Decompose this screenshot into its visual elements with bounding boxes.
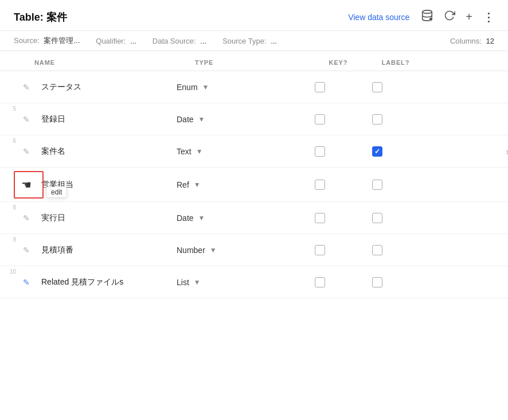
row-expand-icon[interactable]: › (506, 145, 508, 157)
row-edit-button[interactable]: ✎ (16, 147, 37, 156)
field-type: Text ▼ (177, 147, 291, 156)
field-name: 案件名 (37, 146, 177, 157)
field-type: List ▼ (177, 278, 291, 287)
key-checkbox[interactable] (291, 213, 349, 223)
label-checkbox[interactable] (349, 213, 406, 223)
field-name: 登録日 (37, 114, 177, 125)
row-number: 5 (5, 106, 16, 112)
col-header-label: LABEL? (367, 59, 424, 66)
table-row: 10 ✎ Related 見積ファイルs List ▼ (0, 266, 508, 298)
field-type: Number ▼ (177, 246, 291, 255)
meta-sourcetype: Source Type: ... (222, 37, 277, 45)
page-header: Table: 案件 View data source + ⋮ (0, 0, 508, 31)
row-edit-button[interactable]: ✎ (16, 278, 37, 287)
pencil-icon[interactable]: ✎ (23, 246, 30, 255)
field-type: Enum ▼ (177, 83, 291, 92)
field-type: Date ▼ (177, 115, 291, 124)
label-checkbox[interactable] (349, 277, 406, 287)
field-name: 実行日 (37, 213, 177, 223)
dropdown-arrow-icon[interactable]: ▼ (198, 115, 205, 123)
row-number: 10 (5, 269, 16, 275)
meta-source: Source: 案件管理... (14, 36, 80, 46)
label-checkbox[interactable] (349, 180, 406, 190)
key-checkbox[interactable] (291, 180, 349, 190)
column-headers: NAME TYPE KEY? LABEL? (0, 51, 508, 71)
table-row: 6 ✎ 案件名 Text ▼ › (0, 135, 508, 168)
meta-datasource: Data Source: ... (153, 37, 206, 45)
dropdown-arrow-icon[interactable]: ▼ (196, 147, 203, 155)
row-number: 6 (5, 138, 16, 144)
col-header-name: NAME (34, 59, 195, 66)
row-edit-button[interactable]: ✎ (16, 246, 37, 255)
label-checkbox[interactable] (349, 146, 406, 157)
pencil-icon[interactable]: ✎ (23, 147, 30, 156)
table-row: 8 ✎ 実行日 Date ▼ (0, 202, 508, 234)
field-type: Date ▼ (177, 213, 291, 223)
add-icon[interactable]: + (466, 10, 472, 24)
table-row: ✎ ステータス Enum ▼ (0, 71, 508, 103)
edit-tooltip: edit (46, 186, 67, 198)
field-name: ステータス (37, 82, 177, 92)
table-title: Table: 案件 (14, 10, 67, 24)
pencil-icon[interactable]: ✎ (23, 115, 30, 124)
key-checkbox[interactable] (291, 146, 349, 157)
dropdown-arrow-icon[interactable]: ▼ (198, 214, 205, 222)
label-checkbox[interactable] (349, 82, 406, 92)
row-edit-button[interactable]: ✎ (16, 83, 37, 92)
pencil-icon[interactable]: ✎ (23, 278, 30, 287)
key-checkbox[interactable] (291, 277, 349, 287)
label-checkbox[interactable] (349, 114, 406, 125)
field-type: Ref ▼ (177, 180, 291, 189)
row-edit-button[interactable]: ✎ (16, 213, 37, 223)
meta-qualifier: Qualifier: ... (96, 37, 136, 45)
key-checkbox[interactable] (291, 82, 349, 92)
key-checkbox[interactable] (291, 245, 349, 255)
dropdown-arrow-icon[interactable]: ▼ (210, 246, 217, 254)
dropdown-arrow-icon[interactable]: ▼ (194, 181, 201, 189)
table-container: NAME TYPE KEY? LABEL? ✎ ステータス Enum ▼ 5 ✎… (0, 51, 508, 298)
more-options-icon[interactable]: ⋮ (483, 10, 494, 24)
view-data-source-link[interactable]: View data source (348, 13, 409, 22)
col-header-key: KEY? (310, 59, 367, 66)
hand-cursor-icon[interactable]: ☚ (21, 178, 32, 192)
refresh-icon[interactable] (444, 10, 455, 24)
svg-point-0 (423, 10, 432, 14)
dropdown-arrow-icon[interactable]: ▼ (202, 83, 209, 91)
label-checkbox[interactable] (349, 245, 406, 255)
table-row: 9 ✎ 見積項番 Number ▼ (0, 234, 508, 266)
meta-row: Source: 案件管理... Qualifier: ... Data Sour… (0, 31, 508, 51)
row-number: 9 (5, 236, 16, 243)
table-row: 5 ✎ 登録日 Date ▼ (0, 103, 508, 135)
field-name: 見積項番 (37, 245, 177, 255)
row-edit-button[interactable]: ☚ (16, 178, 37, 192)
row-number: 8 (5, 204, 16, 211)
database-settings-icon[interactable] (421, 9, 433, 25)
col-header-type: TYPE (195, 59, 310, 66)
meta-columns: Columns: 12 (450, 37, 494, 45)
row-edit-button[interactable]: ✎ (16, 115, 37, 124)
header-icons: + ⋮ (421, 9, 494, 25)
field-name: Related 見積ファイルs (37, 277, 177, 287)
pencil-icon[interactable]: ✎ (23, 213, 30, 223)
table-row-highlighted: ☚ 営業担当 Ref ▼ edit (0, 168, 508, 202)
pencil-icon[interactable]: ✎ (23, 83, 30, 92)
key-checkbox[interactable] (291, 114, 349, 125)
dropdown-arrow-icon[interactable]: ▼ (194, 278, 201, 286)
